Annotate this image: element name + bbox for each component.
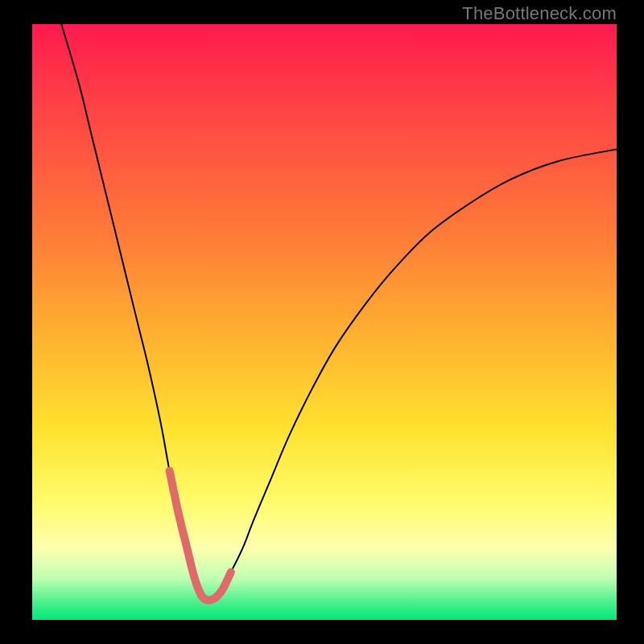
series-curve xyxy=(61,24,617,601)
watermark-text: TheBottleneck.com xyxy=(462,3,617,24)
plot-area xyxy=(32,24,617,620)
chart-frame: TheBottleneck.com xyxy=(0,0,644,644)
series-trough-highlight xyxy=(170,471,231,601)
curve-layer xyxy=(32,24,617,620)
